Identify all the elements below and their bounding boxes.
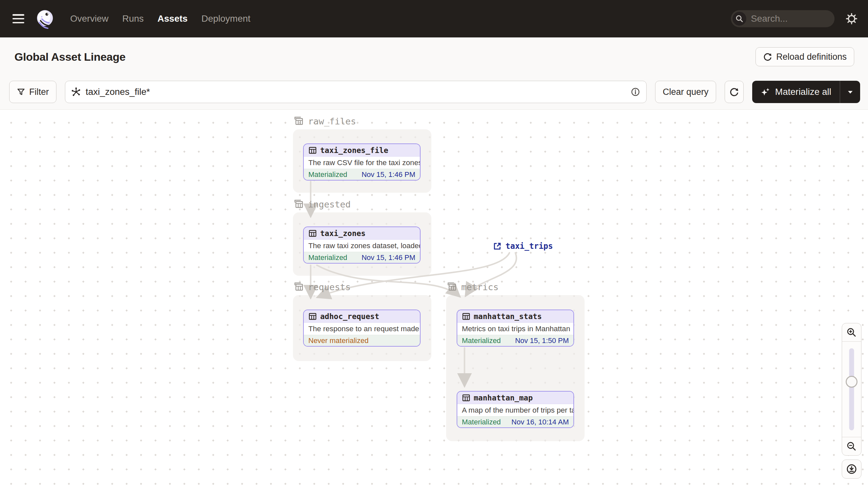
lineage-canvas[interactable]: raw_files ingested requests metrics — [0, 109, 868, 495]
external-asset-taxi-trips[interactable]: taxi_trips — [493, 242, 553, 251]
top-nav: Overview Runs Assets Deployment / — [0, 0, 868, 37]
materialize-all-button[interactable]: Materialize all — [752, 81, 840, 103]
asset-selection-input[interactable] — [65, 81, 646, 103]
asset-node-adhoc-request[interactable]: adhoc_request The response to an request… — [303, 309, 421, 347]
status-badge: Materialized — [308, 253, 348, 262]
zoom-slider-track[interactable] — [849, 348, 854, 430]
group-label-metrics[interactable]: metrics — [446, 281, 499, 292]
materialize-options-caret[interactable] — [840, 81, 860, 103]
asset-description: The response to an request made in th... — [304, 323, 420, 335]
asset-description: The raw CSV file for the taxi zones dat.… — [304, 157, 420, 169]
table-icon — [308, 146, 317, 155]
materialization-timestamp: Nov 15, 1:50 PM — [515, 337, 569, 345]
filter-icon — [17, 88, 25, 96]
search-icon — [732, 12, 746, 25]
zoom-out-button[interactable] — [842, 437, 861, 455]
zoom-controls — [842, 323, 862, 479]
table-icon — [308, 229, 317, 238]
dagster-logo-icon[interactable] — [35, 8, 55, 29]
filter-button[interactable]: Filter — [9, 81, 56, 103]
group-label-raw-files[interactable]: raw_files — [293, 116, 356, 127]
nav-item-runs[interactable]: Runs — [122, 14, 144, 24]
nav-item-assets[interactable]: Assets — [157, 14, 188, 24]
asset-group-icon — [446, 281, 457, 292]
reload-definitions-button[interactable]: Reload definitions — [756, 47, 854, 66]
lineage-toolbar: Filter Clear query — [0, 66, 868, 109]
download-view-button[interactable] — [842, 460, 862, 479]
lineage-edges — [0, 109, 868, 495]
status-badge: Materialized — [308, 170, 348, 179]
asset-node-taxi-zones[interactable]: taxi_zones The raw taxi zones dataset, l… — [303, 226, 421, 263]
table-icon — [462, 312, 471, 321]
primary-nav: Overview Runs Assets Deployment — [70, 14, 250, 24]
zoom-in-button[interactable] — [842, 323, 861, 342]
chevron-down-icon — [847, 90, 854, 94]
sparkle-icon — [760, 87, 770, 97]
query-input[interactable] — [86, 87, 626, 97]
materialization-timestamp: Nov 15, 1:46 PM — [361, 170, 415, 179]
asset-node-taxi-zones-file[interactable]: taxi_zones_file The raw CSV file for the… — [303, 143, 421, 181]
nav-item-overview[interactable]: Overview — [70, 14, 109, 24]
materialize-all-split-button: Materialize all — [752, 81, 860, 103]
asset-node-manhattan-map[interactable]: manhattan_map A map of the number of tri… — [457, 391, 574, 428]
table-icon — [462, 394, 471, 402]
zoom-slider[interactable] — [842, 342, 861, 437]
asset-group-icon — [293, 199, 304, 210]
table-icon — [308, 312, 317, 321]
group-label-ingested[interactable]: ingested — [293, 199, 351, 210]
reload-icon — [763, 52, 772, 62]
group-label-requests[interactable]: requests — [293, 281, 351, 292]
page-title: Global Asset Lineage — [14, 51, 126, 63]
asset-description: The raw taxi zones dataset, loaded int..… — [304, 240, 420, 252]
graph-query-icon — [71, 87, 81, 97]
menu-icon[interactable] — [13, 14, 24, 23]
page-header: Global Asset Lineage Reload definitions … — [0, 37, 868, 109]
gear-icon[interactable] — [845, 12, 858, 25]
asset-description: Metrics on taxi trips in Manhattan — [457, 323, 573, 335]
circled-download-icon — [846, 463, 857, 475]
status-badge: Materialized — [462, 418, 501, 426]
zoom-in-icon — [846, 327, 857, 338]
info-icon[interactable] — [631, 87, 640, 97]
asset-description: A map of the number of trips per taxi z.… — [457, 404, 573, 416]
asset-group-icon — [293, 281, 304, 292]
global-search[interactable]: / — [731, 10, 835, 27]
materialization-timestamp: Nov 15, 1:46 PM — [361, 253, 415, 262]
status-badge: Never materialized — [308, 337, 368, 345]
clear-query-button[interactable]: Clear query — [655, 81, 716, 103]
refresh-button[interactable] — [725, 81, 744, 103]
materialization-timestamp: Nov 16, 10:14 AM — [511, 418, 569, 426]
asset-node-manhattan-stats[interactable]: manhattan_stats Metrics on taxi trips in… — [457, 309, 574, 347]
zoom-out-icon — [846, 441, 857, 452]
status-badge: Materialized — [462, 337, 501, 345]
nav-item-deployment[interactable]: Deployment — [201, 14, 250, 24]
refresh-icon — [729, 87, 739, 97]
asset-group-icon — [293, 116, 304, 127]
external-link-icon — [493, 242, 502, 251]
zoom-slider-thumb[interactable] — [846, 376, 857, 388]
